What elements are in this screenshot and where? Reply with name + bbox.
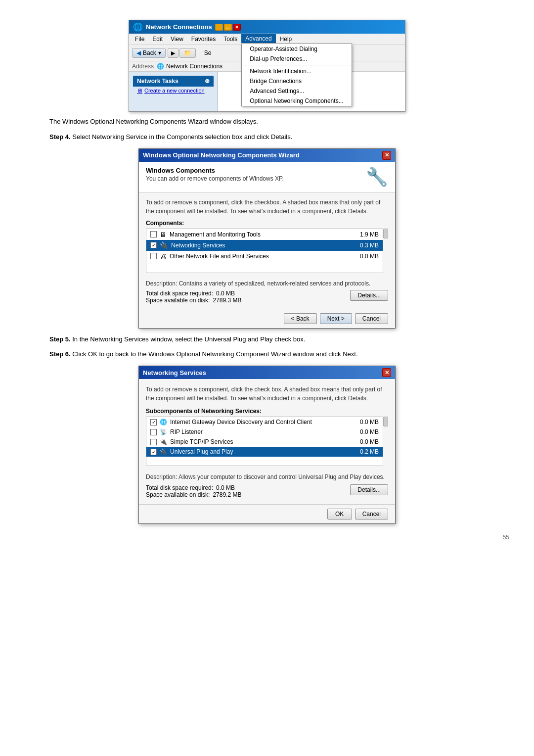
ns-item-tcpip[interactable]: 🔌 Simple TCP/IP Services 0.0 MB	[146, 437, 383, 447]
item-label-other: Other Network File and Print Services	[170, 253, 269, 260]
nc-menubar: File Edit View Favorites Tools Advanced …	[129, 34, 405, 45]
dropdown-item-5[interactable]: Advanced Settings...	[242, 86, 351, 96]
wizard-header-title: Windows Components	[146, 167, 284, 174]
ns-details-button[interactable]: Details...	[350, 484, 388, 495]
back-label: Back	[143, 49, 156, 56]
wizard-close-button[interactable]: ✕	[382, 151, 391, 160]
checkbox-management[interactable]	[150, 231, 157, 237]
ns-list-scrollbar[interactable]	[383, 417, 388, 426]
ns-item-gateway[interactable]: 🌐 Internet Gateway Device Discovery and …	[146, 417, 383, 427]
search-prefix: Se	[204, 49, 212, 56]
menu-advanced[interactable]: Advanced	[241, 34, 275, 43]
forward-button[interactable]: ▶	[168, 48, 178, 58]
ns-checkbox-rip[interactable]	[150, 429, 157, 435]
menu-tools[interactable]: Tools	[220, 35, 241, 44]
wizard-header-subtitle: You can add or remove components of Wind…	[146, 175, 284, 182]
menu-favorites[interactable]: Favorites	[187, 35, 220, 44]
wizard-info-box: To add or remove a component, click the …	[146, 198, 388, 216]
ns-size-rip: 0.0 MB	[360, 428, 379, 435]
wizard-disk-info: Total disk space required: 0.0 MB Space …	[146, 290, 241, 304]
ns-window: Networking Services ✕ To add or remove a…	[138, 366, 396, 524]
ns-checkbox-gateway[interactable]	[150, 419, 157, 425]
ns-title: Networking Services	[143, 369, 206, 377]
ns-available-disk-row: Space available on disk: 2789.2 MB	[146, 491, 241, 498]
create-connection-task[interactable]: 🖥 Create a new connection	[133, 87, 214, 94]
list-item-management[interactable]: 🖥 Management and Monitoring Tools 1.9 MB	[146, 229, 383, 240]
details-button[interactable]: Details...	[350, 290, 388, 301]
ns-item-left-upnp: 🔌 Universal Plug and Play	[150, 448, 233, 455]
menu-edit[interactable]: Edit	[148, 35, 167, 44]
next-button[interactable]: Next >	[320, 313, 352, 324]
dropdown-arrow-icon: ▾	[158, 49, 161, 56]
dropdown-item-6[interactable]: Optional Networking Components...	[242, 96, 351, 106]
ns-cancel-button[interactable]: Cancel	[355, 509, 388, 520]
available-disk-row: Space available on disk: 2789.3 MB	[146, 297, 241, 304]
ns-checkbox-upnp[interactable]	[150, 449, 157, 455]
cancel-button[interactable]: Cancel	[355, 313, 388, 324]
task-label: Create a new connection	[144, 88, 205, 94]
wizard-body: To add or remove a component, click the …	[139, 193, 395, 309]
ns-item-rip[interactable]: 📡 RIP Listener 0.0 MB	[146, 427, 383, 437]
ns-label-gateway: Internet Gateway Device Discovery and Co…	[170, 419, 312, 425]
ns-desc-label: Description:	[146, 473, 177, 480]
list-scrollbar[interactable]	[383, 229, 388, 238]
ns-desc-text: Allows your computer to discover and con…	[178, 473, 385, 480]
item-size-management: 1.9 MB	[360, 231, 379, 238]
item-icon-networking: 🔌	[160, 241, 168, 249]
collapse-icon[interactable]: ⊛	[205, 78, 210, 85]
checkbox-networking[interactable]	[150, 242, 157, 248]
ns-size-gateway: 0.0 MB	[360, 419, 379, 425]
wizard-components-list[interactable]: 🖥 Management and Monitoring Tools 1.9 MB…	[146, 229, 383, 273]
minimize-button[interactable]: _	[215, 24, 223, 31]
ns-checkbox-tcpip[interactable]	[150, 439, 157, 445]
list-item-networking[interactable]: 🔌 Networking Services 0.3 MB	[146, 240, 383, 251]
ns-titlebar: Networking Services ✕	[139, 366, 395, 379]
back-arrow-icon: ◀	[136, 49, 141, 56]
step5-text: In the Networking Services window, selec…	[71, 335, 306, 343]
step4-text: Select Networking Service in the Compone…	[71, 133, 293, 141]
menu-help[interactable]: Help	[276, 35, 296, 44]
dropdown-item-1[interactable]: Operator-Assisted Dialing	[242, 44, 351, 54]
ns-disk-info: Total disk space required: 0.0 MB Space …	[146, 484, 241, 498]
step5-block: Step 5. In the Networking Services windo…	[49, 334, 485, 345]
checkbox-other[interactable]	[150, 253, 157, 259]
ns-total-disk-row: Total disk space required: 0.0 MB	[146, 484, 241, 491]
ns-label-rip: RIP Listener	[170, 428, 203, 435]
page-number-value: 55	[503, 534, 509, 541]
ns-item-upnp[interactable]: 🔌 Universal Plug and Play 0.2 MB	[146, 447, 383, 457]
ns-available-disk-label: Space available on disk:	[146, 491, 210, 498]
list-item-left-other: 🖨 Other Network File and Print Services	[150, 252, 269, 260]
item-label-networking: Networking Services	[171, 242, 225, 249]
wizard-window: Windows Optional Networking Components W…	[138, 148, 396, 329]
maximize-button[interactable]: □	[224, 24, 232, 31]
network-tasks-header: Network Tasks ⊛	[133, 76, 214, 87]
menu-view[interactable]: View	[167, 35, 187, 44]
back-button[interactable]: < Back	[284, 313, 317, 324]
dropdown-sep-1	[242, 65, 351, 65]
wizard-list-container: 🖥 Management and Monitoring Tools 1.9 MB…	[146, 229, 388, 277]
dropdown-item-2[interactable]: Dial-up Preferences...	[242, 54, 351, 64]
ns-components-list[interactable]: 🌐 Internet Gateway Device Discovery and …	[146, 417, 383, 466]
item-icon-management: 🖥	[160, 231, 167, 238]
page-number: 55	[20, 534, 514, 541]
close-button[interactable]: ✕	[233, 24, 241, 31]
back-button[interactable]: ◀ Back ▾	[132, 48, 166, 58]
step6-block: Step 6. Click OK to go back to the Windo…	[49, 349, 485, 360]
ns-close-button[interactable]: ✕	[382, 368, 391, 377]
advanced-dropdown: Operator-Assisted Dialing Dial-up Prefer…	[241, 44, 352, 106]
ns-disk-details-row: Total disk space required: 0.0 MB Space …	[146, 484, 388, 498]
ns-item-left-rip: 📡 RIP Listener	[150, 428, 203, 435]
dropdown-item-3[interactable]: Network Identification...	[242, 66, 351, 76]
dropdown-item-4[interactable]: Bridge Connections	[242, 76, 351, 86]
available-disk-value: 2789.3 MB	[213, 297, 241, 304]
wizard-desc-text: Contains a variety of specialized, netwo…	[179, 280, 371, 287]
ns-total-disk-label: Total disk space required:	[146, 484, 213, 491]
list-item-other[interactable]: 🖨 Other Network File and Print Services …	[146, 251, 383, 262]
folder-button[interactable]: 📁	[179, 48, 196, 58]
total-disk-value: 0.0 MB	[216, 290, 235, 297]
ns-icon-gateway: 🌐	[160, 419, 167, 425]
step4-block: Step 4. Select Networking Service in the…	[49, 132, 485, 142]
total-disk-row: Total disk space required: 0.0 MB	[146, 290, 241, 297]
ns-ok-button[interactable]: OK	[327, 509, 352, 520]
menu-file[interactable]: File	[131, 35, 148, 44]
